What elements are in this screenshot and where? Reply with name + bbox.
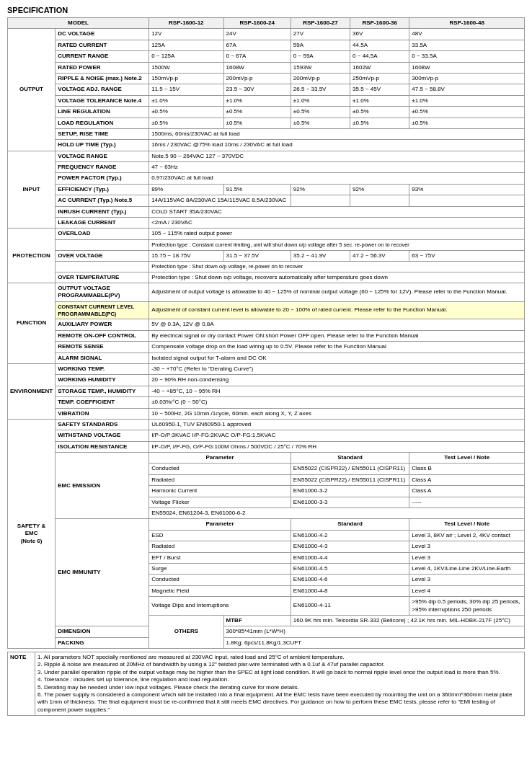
table-row: AC CURRENT (Typ.) Note.5 14A/115VAC 8A/2… (8, 195, 525, 206)
table-row: CONSTANT CURRENT LEVEL PROGRAMMABLE(PC) … (8, 301, 525, 319)
table-row: AUXILIARY POWER 5V @ 0.3A, 12V @ 0.8A (8, 319, 525, 330)
others-section-label: OTHERS (149, 615, 223, 648)
table-row: HOLD UP TIME (Typ.) 16ms / 230VAC @75% l… (8, 140, 525, 151)
table-row: DIMENSION 300*85*41mm (L*W*H) (8, 626, 525, 637)
protection-section-label: PROTECTION (8, 229, 56, 283)
working-humidity-label: WORKING HUMIDITY (56, 375, 149, 386)
remote-sense-label: REMOTE SENSE (56, 342, 149, 353)
table-row: VOLTAGE ADJ. RANGE 11.5 ~ 15V 23.5 ~ 30V… (8, 84, 525, 95)
output-section-label: OUTPUT (8, 29, 56, 151)
spec-container: SPECIFICATION MODEL RSP-1600-12 RSP-1600… (0, 0, 532, 722)
remote-on-off-label: REMOTE ON-OFF CONTROL (56, 330, 149, 341)
table-row: EFFICIENCY (Typ.) 89% 91.5% 92% 92% 93% (8, 184, 525, 195)
table-row: FUNCTION OUTPUT VOLTAGE PROGRAMMABLE(PV)… (8, 283, 525, 302)
table-row: ENVIRONMENT WORKING TEMP. -30 ~ +70°C (R… (8, 363, 525, 374)
table-row: STORAGE TEMP., HUMIDITY -40 ~ +85°C, 10 … (8, 386, 525, 396)
rated-power-label: RATED POWER (56, 62, 149, 73)
efficiency-label: EFFICIENCY (Typ.) (56, 184, 149, 195)
table-row: EMC EMISSION Parameter Standard Test Lev… (8, 453, 525, 464)
function-section-label: FUNCTION (8, 283, 56, 364)
table-row: LEAKAGE CURRENT <2mA / 230VAC (8, 218, 525, 229)
spec-table: MODEL RSP-1600-12 RSP-1600-24 RSP-1600-2… (7, 17, 525, 649)
working-temp-label: WORKING TEMP. (56, 363, 149, 374)
table-row: POWER FACTOR (Typ.) 0.97/230VAC at full … (8, 173, 525, 184)
current-range-label: CURRENT RANGE (56, 51, 149, 62)
table-row: CURRENT RANGE 0 ~ 125A 0 ~ 67A 0 ~ 59A 0… (8, 51, 525, 62)
line-regulation-label: LINE REGULATION (56, 107, 149, 118)
table-row: LOAD REGULATION ±0.5% ±0.5% ±0.5% ±0.5% … (8, 118, 525, 128)
over-temp-label: OVER TEMPERATURE (56, 272, 149, 283)
ripple-noise-label: RIPPLE & NOISE (max.) Note.2 (56, 73, 149, 84)
voltage-range-label: VOLTAGE RANGE (56, 151, 149, 161)
output-voltage-prog-label: OUTPUT VOLTAGE PROGRAMMABLE(PV) (56, 283, 149, 302)
safety-emc-section-label: SAFETY & EMC(Note 6) (8, 419, 56, 648)
note-5: 5. Derating may be needed under low inpu… (37, 684, 522, 691)
model-header: MODEL (8, 18, 149, 29)
table-row: ALARM SIGNAL Isolated signal output for … (8, 353, 525, 363)
table-row: REMOTE SENSE Compensate voltage drop on … (8, 342, 525, 353)
freq-range-label: FREQUENCY RANGE (56, 162, 149, 173)
note-1: 1. All parameters NOT specially mentione… (37, 654, 522, 661)
model-2: RSP-1600-24 (223, 18, 291, 29)
table-row: TEMP. COEFFICIENT ±0.03%/°C (0 ~ 50°C) (8, 397, 525, 408)
table-row: INPUT VOLTAGE RANGE Note.5 90 ~ 264VAC 1… (8, 151, 525, 161)
emc-emission-label: EMC EMISSION (56, 453, 149, 519)
dimension-label: DIMENSION (56, 626, 149, 637)
table-row: ISOLATION RESISTANCE I/P-O/P, I/P-FG, O/… (8, 441, 525, 452)
hold-up-label: HOLD UP TIME (Typ.) (56, 140, 149, 151)
model-5: RSP-1600-48 (409, 18, 525, 29)
setup-rise-label: SETUP, RISE TIME (56, 128, 149, 139)
table-row: WORKING HUMIDITY 20 ~ 90% RH non-condens… (8, 375, 525, 386)
model-3: RSP-1600-27 (291, 18, 350, 29)
voltage-adj-label: VOLTAGE ADJ. RANGE (56, 84, 149, 95)
table-row: INRUSH CURRENT (Typ.) COLD START 35A/230… (8, 206, 525, 217)
table-row: RATED CURRENT 125A 67A 59A 44.5A 33.5A (8, 40, 525, 50)
table-row: SAFETY & EMC(Note 6) SAFETY STANDARDS UL… (8, 419, 525, 430)
safety-standards-label: SAFETY STANDARDS (56, 419, 149, 430)
table-row: VIBRATION 10 ~ 500Hz, 2G 10min./1cycle, … (8, 408, 525, 419)
table-row: WITHSTAND VOLTAGE I/P-O/P:3KVAC I/P-FG:2… (8, 430, 525, 441)
notes-section: NOTE 1. All parameters NOT specially men… (7, 652, 525, 716)
leakage-label: LEAKAGE CURRENT (56, 218, 149, 229)
input-section-label: INPUT (8, 151, 56, 229)
table-row: VOLTAGE TOLERANCE Note.4 ±1.0% ±1.0% ±1.… (8, 95, 525, 106)
note-3: 3. Under parallel operation ripple of th… (37, 669, 522, 676)
table-row: SETUP, RISE TIME 1500ms, 60ms/230VAC at … (8, 128, 525, 139)
temp-coeff-label: TEMP. COEFFICIENT (56, 397, 149, 408)
ac-current-label: AC CURRENT (Typ.) Note.5 (56, 195, 149, 206)
rated-current-label: RATED CURRENT (56, 40, 149, 50)
notes-header-row: NOTE 1. All parameters NOT specially men… (8, 652, 525, 716)
aux-power-label: AUXILIARY POWER (56, 319, 149, 330)
table-row: EMC IMMUNITY Parameter Standard Test Lev… (8, 519, 525, 530)
dc-voltage-label: DC VOLTAGE (56, 29, 149, 40)
model-1: RSP-1600-12 (149, 18, 223, 29)
table-row: OVER VOLTAGE 15.75 ~ 18.75V 31.5 ~ 37.5V… (8, 250, 525, 261)
constant-current-prog-label: CONSTANT CURRENT LEVEL PROGRAMMABLE(PC) (56, 301, 149, 319)
storage-temp-label: STORAGE TEMP., HUMIDITY (56, 386, 149, 396)
power-factor-label: POWER FACTOR (Typ.) (56, 173, 149, 184)
overload-label: OVERLOAD (56, 229, 149, 239)
table-row: OVER TEMPERATURE Protection type : Shut … (8, 272, 525, 283)
emc-immunity-label: EMC IMMUNITY (56, 519, 149, 626)
table-row: FREQUENCY RANGE 47 ~ 63Hz (8, 162, 525, 173)
table-row: LINE REGULATION ±0.5% ±0.5% ±0.5% ±0.5% … (8, 107, 525, 118)
table-row: Protection type : Shut down o/p voltage,… (8, 261, 525, 272)
spec-title: SPECIFICATION (7, 6, 525, 14)
notes-table: NOTE 1. All parameters NOT specially men… (7, 652, 525, 716)
note-2: 2. Ripple & noise are measured at 20MHz … (37, 661, 522, 668)
table-row: REMOTE ON-OFF CONTROL By electrical sign… (8, 330, 525, 341)
note-4: 4. Tolerance : includes set up tolerance… (37, 676, 522, 683)
alarm-signal-label: ALARM SIGNAL (56, 353, 149, 363)
load-regulation-label: LOAD REGULATION (56, 118, 149, 128)
mtbf-label: MTBF (223, 615, 291, 626)
table-row: Protection type : Constant current limit… (8, 239, 525, 250)
vibration-label: VIBRATION (56, 408, 149, 419)
table-row: PACKING 1.8Kg; 6pcs/11.8Kg/1.3CUFT (8, 637, 525, 648)
table-row: RATED POWER 1500W 1608W 1593W 1602W 1608… (8, 62, 525, 73)
over-voltage-label: OVER VOLTAGE (56, 250, 149, 261)
inrush-label: INRUSH CURRENT (Typ.) (56, 206, 149, 217)
withstand-voltage-label: WITHSTAND VOLTAGE (56, 430, 149, 441)
table-row: OUTPUT DC VOLTAGE 12V 24V 27V 36V 48V (8, 29, 525, 40)
model-4: RSP-1600-36 (350, 18, 409, 29)
table-header: MODEL RSP-1600-12 RSP-1600-24 RSP-1600-2… (8, 18, 525, 29)
